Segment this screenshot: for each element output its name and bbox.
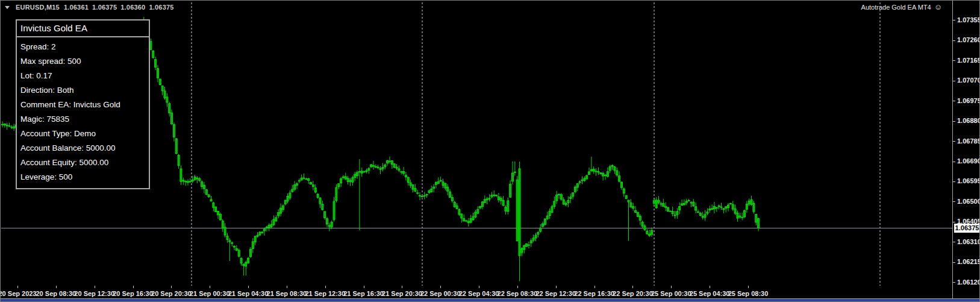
panel-row-account-type: Account Type: Demo [20, 127, 145, 141]
candle-body [164, 91, 166, 98]
candle-body [254, 236, 256, 242]
candle-body [723, 209, 725, 210]
candle-body [171, 113, 173, 124]
candle-body [565, 204, 567, 205]
candle-body [546, 216, 548, 219]
candle-body [600, 173, 602, 174]
candle-body [222, 221, 223, 228]
candle-body [744, 210, 746, 217]
candle-body [345, 177, 346, 179]
candle-body [245, 262, 247, 266]
candle-body [748, 201, 750, 204]
candle-body [8, 126, 10, 127]
candle-body [317, 194, 319, 198]
candle-body [741, 217, 743, 218]
candle-body [637, 212, 638, 216]
candle-body [720, 207, 722, 207]
close-value: 1.06375 [149, 4, 173, 11]
price-axis-tick [953, 242, 955, 242]
candle-body [387, 160, 389, 163]
candle-body [205, 189, 207, 194]
candle-body [713, 206, 715, 209]
price-axis-tick [953, 40, 955, 41]
candle-body [296, 184, 298, 186]
candle-body [433, 187, 435, 188]
time-axis-tick [133, 286, 134, 288]
candle-body [308, 178, 310, 180]
candle-body [537, 233, 539, 234]
candle-body [292, 189, 293, 192]
candle-body [718, 206, 720, 207]
candle-body [649, 234, 651, 236]
candle-body [173, 125, 175, 137]
candle-body [319, 198, 321, 204]
time-axis-label: 20 Sep 08:30 [36, 290, 76, 297]
candle-body [375, 166, 376, 167]
candle-body [361, 171, 363, 173]
candle-body [685, 201, 687, 203]
price-axis-label: 1.07070 [957, 77, 980, 84]
candle-body [347, 178, 349, 182]
candle-body [354, 174, 356, 178]
candle-body [702, 216, 704, 218]
candle-body [405, 175, 407, 177]
candle-body [328, 225, 330, 227]
time-axis[interactable]: 20 Sep 202320 Sep 08:3020 Sep 12:3020 Se… [1, 286, 952, 298]
panel-row-max-spread: Max spread: 500 [20, 54, 145, 69]
candle-body [161, 86, 163, 90]
candle-body [289, 193, 291, 198]
price-axis-label: 1.07355 [957, 16, 980, 24]
price-axis-tick [953, 201, 955, 202]
candle-body [619, 176, 620, 181]
candle-body [178, 155, 179, 165]
candle-body [672, 211, 673, 213]
symbol-period-label: EURUSD,M15 [16, 4, 60, 11]
candle-body [377, 167, 379, 168]
panel-row-equity: Account Equity: 5000.00 [20, 156, 145, 170]
price-axis-label: 1.06880 [957, 117, 980, 124]
candle-body [755, 214, 757, 222]
ea-panel-title: Invictus Gold EA [17, 20, 149, 37]
candle-body [338, 184, 340, 187]
price-axis-label: 1.06595 [957, 177, 980, 184]
candle-body [535, 235, 537, 238]
candle-body [611, 165, 613, 166]
price-axis-label: 1.06690 [957, 157, 980, 165]
panel-row-balance: Account Balance: 5000.00 [20, 141, 145, 156]
candle-body [393, 164, 395, 168]
candle-body [270, 225, 272, 227]
candle-body [641, 222, 643, 226]
time-axis-label: 22 Sep 00:30 [420, 290, 461, 297]
candle-body [510, 184, 511, 197]
candle-body [259, 232, 261, 235]
candle-body [681, 204, 683, 206]
candle-body [150, 42, 152, 50]
time-axis-label: 25 Sep 04:30 [690, 290, 730, 297]
price-axis-tick [953, 20, 955, 20]
price-axis[interactable]: 1.06375 1.073551.072601.071651.070701.06… [952, 1, 980, 298]
candle-body [693, 202, 694, 206]
candle-body [284, 200, 286, 204]
candle-body [442, 182, 444, 186]
candle-body [180, 169, 182, 181]
candle-body [417, 193, 419, 193]
time-axis-tick [517, 286, 518, 288]
candle-body [275, 218, 277, 221]
low-value: 1.06360 [120, 4, 145, 11]
time-axis-tick [95, 286, 95, 288]
candle-body [421, 197, 423, 197]
time-axis-label: 21 Sep 04:30 [228, 290, 269, 297]
time-axis-tick [479, 286, 479, 288]
candle-body [196, 178, 198, 179]
price-axis-tick [953, 162, 955, 162]
candle-body [695, 207, 697, 210]
panel-row-comment: Comment EA: Invictus Gold [20, 98, 145, 112]
price-axis-label: 1.06310 [957, 238, 980, 245]
price-axis-tick [953, 282, 955, 283]
candle-body [584, 178, 585, 181]
candle-body [435, 183, 437, 185]
candle-body [282, 206, 284, 210]
candle-body [698, 212, 699, 212]
candle-body [549, 211, 551, 215]
candle-body [4, 124, 5, 125]
